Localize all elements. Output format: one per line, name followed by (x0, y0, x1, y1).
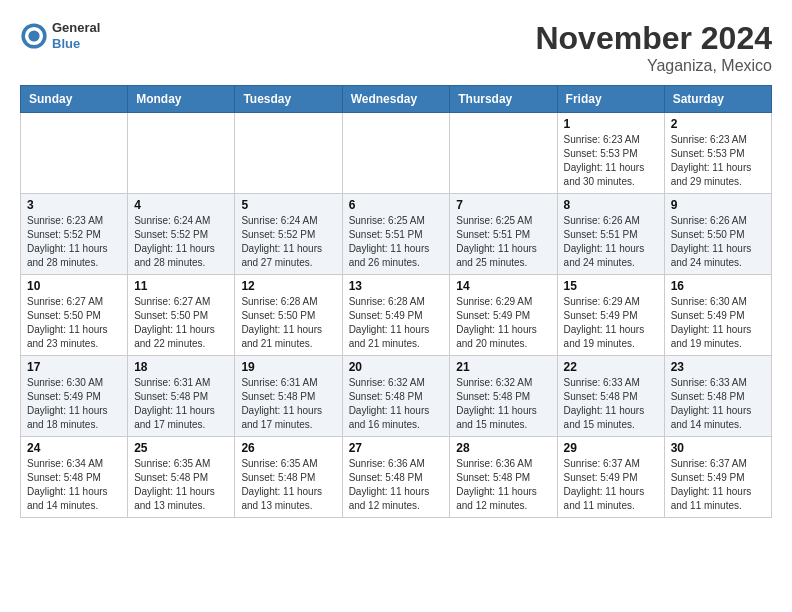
day-info: Sunrise: 6:26 AM Sunset: 5:50 PM Dayligh… (671, 214, 765, 270)
day-info: Sunrise: 6:35 AM Sunset: 5:48 PM Dayligh… (134, 457, 228, 513)
calendar-cell: 29Sunrise: 6:37 AM Sunset: 5:49 PM Dayli… (557, 437, 664, 518)
day-info: Sunrise: 6:23 AM Sunset: 5:53 PM Dayligh… (671, 133, 765, 189)
day-info: Sunrise: 6:31 AM Sunset: 5:48 PM Dayligh… (134, 376, 228, 432)
day-info: Sunrise: 6:23 AM Sunset: 5:52 PM Dayligh… (27, 214, 121, 270)
day-info: Sunrise: 6:29 AM Sunset: 5:49 PM Dayligh… (564, 295, 658, 351)
calendar-week-row: 10Sunrise: 6:27 AM Sunset: 5:50 PM Dayli… (21, 275, 772, 356)
day-number: 8 (564, 198, 658, 212)
calendar-body: 1Sunrise: 6:23 AM Sunset: 5:53 PM Daylig… (21, 113, 772, 518)
day-info: Sunrise: 6:24 AM Sunset: 5:52 PM Dayligh… (241, 214, 335, 270)
day-number: 24 (27, 441, 121, 455)
calendar-cell: 21Sunrise: 6:32 AM Sunset: 5:48 PM Dayli… (450, 356, 557, 437)
day-number: 9 (671, 198, 765, 212)
calendar-cell: 22Sunrise: 6:33 AM Sunset: 5:48 PM Dayli… (557, 356, 664, 437)
calendar-cell: 20Sunrise: 6:32 AM Sunset: 5:48 PM Dayli… (342, 356, 450, 437)
day-info: Sunrise: 6:36 AM Sunset: 5:48 PM Dayligh… (349, 457, 444, 513)
day-info: Sunrise: 6:27 AM Sunset: 5:50 PM Dayligh… (134, 295, 228, 351)
day-number: 17 (27, 360, 121, 374)
day-info: Sunrise: 6:28 AM Sunset: 5:50 PM Dayligh… (241, 295, 335, 351)
day-info: Sunrise: 6:25 AM Sunset: 5:51 PM Dayligh… (349, 214, 444, 270)
calendar-cell: 17Sunrise: 6:30 AM Sunset: 5:49 PM Dayli… (21, 356, 128, 437)
day-number: 5 (241, 198, 335, 212)
day-info: Sunrise: 6:30 AM Sunset: 5:49 PM Dayligh… (671, 295, 765, 351)
header-monday: Monday (128, 86, 235, 113)
page-header: General Blue November 2024 Yaganiza, Mex… (20, 20, 772, 75)
day-number: 12 (241, 279, 335, 293)
calendar-cell: 23Sunrise: 6:33 AM Sunset: 5:48 PM Dayli… (664, 356, 771, 437)
calendar-cell: 5Sunrise: 6:24 AM Sunset: 5:52 PM Daylig… (235, 194, 342, 275)
calendar-week-row: 24Sunrise: 6:34 AM Sunset: 5:48 PM Dayli… (21, 437, 772, 518)
calendar-cell (342, 113, 450, 194)
day-info: Sunrise: 6:32 AM Sunset: 5:48 PM Dayligh… (456, 376, 550, 432)
day-number: 19 (241, 360, 335, 374)
calendar-cell: 9Sunrise: 6:26 AM Sunset: 5:50 PM Daylig… (664, 194, 771, 275)
calendar-week-row: 3Sunrise: 6:23 AM Sunset: 5:52 PM Daylig… (21, 194, 772, 275)
day-info: Sunrise: 6:32 AM Sunset: 5:48 PM Dayligh… (349, 376, 444, 432)
calendar-cell: 19Sunrise: 6:31 AM Sunset: 5:48 PM Dayli… (235, 356, 342, 437)
day-number: 15 (564, 279, 658, 293)
calendar-cell: 26Sunrise: 6:35 AM Sunset: 5:48 PM Dayli… (235, 437, 342, 518)
calendar-cell: 6Sunrise: 6:25 AM Sunset: 5:51 PM Daylig… (342, 194, 450, 275)
calendar-cell: 11Sunrise: 6:27 AM Sunset: 5:50 PM Dayli… (128, 275, 235, 356)
logo-blue: Blue (52, 36, 100, 52)
calendar-week-row: 17Sunrise: 6:30 AM Sunset: 5:49 PM Dayli… (21, 356, 772, 437)
day-number: 28 (456, 441, 550, 455)
calendar-week-row: 1Sunrise: 6:23 AM Sunset: 5:53 PM Daylig… (21, 113, 772, 194)
day-number: 22 (564, 360, 658, 374)
svg-point-2 (28, 30, 39, 41)
calendar-cell: 8Sunrise: 6:26 AM Sunset: 5:51 PM Daylig… (557, 194, 664, 275)
day-number: 21 (456, 360, 550, 374)
calendar-cell (128, 113, 235, 194)
day-info: Sunrise: 6:33 AM Sunset: 5:48 PM Dayligh… (564, 376, 658, 432)
logo-general: General (52, 20, 100, 36)
calendar-cell: 12Sunrise: 6:28 AM Sunset: 5:50 PM Dayli… (235, 275, 342, 356)
day-info: Sunrise: 6:31 AM Sunset: 5:48 PM Dayligh… (241, 376, 335, 432)
month-title: November 2024 (535, 20, 772, 57)
calendar: Sunday Monday Tuesday Wednesday Thursday… (20, 85, 772, 518)
day-number: 7 (456, 198, 550, 212)
calendar-cell: 7Sunrise: 6:25 AM Sunset: 5:51 PM Daylig… (450, 194, 557, 275)
day-number: 27 (349, 441, 444, 455)
day-info: Sunrise: 6:25 AM Sunset: 5:51 PM Dayligh… (456, 214, 550, 270)
day-info: Sunrise: 6:37 AM Sunset: 5:49 PM Dayligh… (671, 457, 765, 513)
day-number: 20 (349, 360, 444, 374)
header-friday: Friday (557, 86, 664, 113)
day-number: 23 (671, 360, 765, 374)
header-saturday: Saturday (664, 86, 771, 113)
calendar-cell: 18Sunrise: 6:31 AM Sunset: 5:48 PM Dayli… (128, 356, 235, 437)
day-number: 26 (241, 441, 335, 455)
calendar-header: Sunday Monday Tuesday Wednesday Thursday… (21, 86, 772, 113)
logo: General Blue (20, 20, 100, 51)
calendar-cell (21, 113, 128, 194)
calendar-cell: 4Sunrise: 6:24 AM Sunset: 5:52 PM Daylig… (128, 194, 235, 275)
day-number: 3 (27, 198, 121, 212)
calendar-cell: 25Sunrise: 6:35 AM Sunset: 5:48 PM Dayli… (128, 437, 235, 518)
day-number: 30 (671, 441, 765, 455)
logo-text: General Blue (52, 20, 100, 51)
calendar-cell: 14Sunrise: 6:29 AM Sunset: 5:49 PM Dayli… (450, 275, 557, 356)
day-info: Sunrise: 6:29 AM Sunset: 5:49 PM Dayligh… (456, 295, 550, 351)
header-sunday: Sunday (21, 86, 128, 113)
day-number: 4 (134, 198, 228, 212)
header-tuesday: Tuesday (235, 86, 342, 113)
day-info: Sunrise: 6:27 AM Sunset: 5:50 PM Dayligh… (27, 295, 121, 351)
calendar-cell: 28Sunrise: 6:36 AM Sunset: 5:48 PM Dayli… (450, 437, 557, 518)
day-number: 2 (671, 117, 765, 131)
day-info: Sunrise: 6:34 AM Sunset: 5:48 PM Dayligh… (27, 457, 121, 513)
day-info: Sunrise: 6:30 AM Sunset: 5:49 PM Dayligh… (27, 376, 121, 432)
calendar-cell: 24Sunrise: 6:34 AM Sunset: 5:48 PM Dayli… (21, 437, 128, 518)
calendar-cell: 10Sunrise: 6:27 AM Sunset: 5:50 PM Dayli… (21, 275, 128, 356)
day-info: Sunrise: 6:35 AM Sunset: 5:48 PM Dayligh… (241, 457, 335, 513)
day-info: Sunrise: 6:37 AM Sunset: 5:49 PM Dayligh… (564, 457, 658, 513)
day-number: 14 (456, 279, 550, 293)
day-number: 13 (349, 279, 444, 293)
calendar-cell (450, 113, 557, 194)
title-block: November 2024 Yaganiza, Mexico (535, 20, 772, 75)
calendar-cell: 30Sunrise: 6:37 AM Sunset: 5:49 PM Dayli… (664, 437, 771, 518)
day-info: Sunrise: 6:33 AM Sunset: 5:48 PM Dayligh… (671, 376, 765, 432)
day-info: Sunrise: 6:24 AM Sunset: 5:52 PM Dayligh… (134, 214, 228, 270)
day-number: 1 (564, 117, 658, 131)
calendar-cell: 13Sunrise: 6:28 AM Sunset: 5:49 PM Dayli… (342, 275, 450, 356)
header-thursday: Thursday (450, 86, 557, 113)
day-number: 6 (349, 198, 444, 212)
